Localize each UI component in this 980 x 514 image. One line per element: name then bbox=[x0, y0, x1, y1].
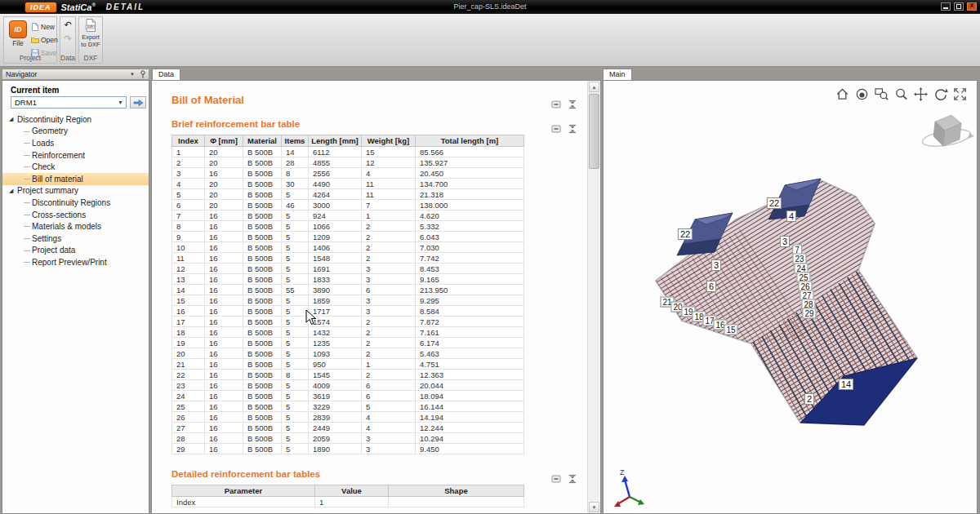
table-header-row: ParameterValueShape bbox=[172, 485, 524, 497]
table-row[interactable]: 2516B 500B53229516.144 bbox=[172, 401, 524, 412]
table-row[interactable]: 1316B 500B5183339.165 bbox=[172, 274, 524, 285]
table-row[interactable]: 620B 500B4630007138.000 bbox=[172, 200, 524, 210]
bar-group-label[interactable]: 14 bbox=[839, 379, 853, 390]
dropdown-arrow-icon[interactable]: ▼ bbox=[130, 72, 135, 77]
section-controls bbox=[551, 472, 577, 487]
redo-icon[interactable]: ↷ bbox=[60, 35, 75, 43]
undo-icon[interactable]: ↶ bbox=[60, 21, 75, 29]
table-row[interactable]: 1116B 500B5154827.742 bbox=[172, 253, 524, 264]
expander-icon[interactable]: ◢ bbox=[9, 116, 17, 122]
sidebar-item-reinforcement[interactable]: Reinforcement bbox=[2, 149, 149, 162]
bar-group-label[interactable]: 3 bbox=[780, 236, 790, 247]
bar-group-label[interactable]: 22 bbox=[678, 228, 693, 240]
sidebar-item-bill-of-material[interactable]: Bill of material bbox=[2, 173, 149, 185]
bar-group-label[interactable]: 15 bbox=[724, 325, 737, 335]
collapse-all-icon[interactable] bbox=[568, 122, 577, 137]
table-row[interactable]: 2116B 500B595014.751 bbox=[172, 359, 524, 370]
export-dxf-button[interactable]: DXF Exportto DXF bbox=[80, 19, 101, 58]
table-row[interactable]: 2616B 500B52839414.194 bbox=[172, 412, 524, 423]
table-row[interactable]: 1916B 500B5123526.174 bbox=[172, 338, 524, 348]
sidebar-item-report-preview-print[interactable]: Report Preview/Print bbox=[2, 256, 149, 268]
minimize-icon[interactable] bbox=[941, 2, 951, 11]
collapse-section-icon[interactable] bbox=[551, 98, 561, 113]
collapse-all-icon[interactable] bbox=[568, 472, 577, 487]
sidebar-item-geometry[interactable]: Geometry bbox=[2, 126, 149, 138]
current-item-combobox[interactable]: DRM1 ▼ bbox=[11, 96, 127, 109]
home-icon[interactable] bbox=[834, 86, 851, 103]
tree-group-project-summary[interactable]: ◢Project summary bbox=[2, 185, 149, 197]
table-row[interactable]: 816B 500B5106625.332 bbox=[172, 221, 524, 232]
collapse-all-icon[interactable] bbox=[568, 98, 577, 113]
zoom-icon[interactable] bbox=[893, 86, 910, 103]
table-row[interactable]: 716B 500B592414.620 bbox=[172, 210, 524, 221]
table-row[interactable]: 316B 500B82556420.450 bbox=[172, 168, 524, 179]
table-row[interactable]: 1616B 500B5171738.584 bbox=[172, 306, 524, 317]
sidebar-item-cross-sections[interactable]: Cross-sections bbox=[2, 209, 149, 221]
table-row[interactable]: 2816B 500B52059310.294 bbox=[172, 433, 524, 444]
table-row[interactable]: 2316B 500B54009620.044 bbox=[172, 380, 524, 391]
new-file-icon bbox=[31, 23, 39, 31]
data-scrollbar[interactable]: ▲ ▼ bbox=[587, 82, 599, 512]
column-header: Shape bbox=[389, 485, 524, 497]
table-row[interactable]: 2016B 500B5109325.463 bbox=[172, 348, 524, 359]
table-row[interactable]: 1016B 500B5140627.030 bbox=[172, 242, 524, 253]
zoom-window-icon[interactable] bbox=[873, 86, 890, 103]
sidebar-item-materials-models[interactable]: Materials & models bbox=[2, 220, 149, 233]
table-row[interactable]: 2716B 500B52449412.244 bbox=[172, 423, 524, 433]
viewport-3d[interactable]: Z 22224336723242526272829212019181716152… bbox=[603, 80, 978, 514]
orbit-icon[interactable] bbox=[853, 86, 871, 103]
table-row[interactable]: 1416B 500B5538906213.950 bbox=[172, 285, 524, 295]
table-row[interactable]: 1716B 500B5157427.872 bbox=[172, 317, 524, 327]
open-button[interactable]: Open bbox=[31, 34, 57, 45]
bar-group-label[interactable]: 22 bbox=[767, 197, 782, 209]
expander-icon[interactable]: ◢ bbox=[9, 188, 17, 194]
detailed-table-title: Detailed reinforcement bar tables bbox=[172, 469, 586, 479]
navigator-header[interactable]: Navigator ▼ bbox=[2, 69, 149, 80]
bar-group-label[interactable]: 6 bbox=[706, 281, 716, 292]
table-row[interactable]: 520B 500B542641121.318 bbox=[172, 189, 524, 200]
go-to-item-button[interactable] bbox=[130, 96, 146, 109]
scrollbar-thumb[interactable] bbox=[589, 94, 599, 169]
scroll-down-icon[interactable]: ▼ bbox=[589, 502, 599, 512]
pin-icon[interactable] bbox=[140, 70, 146, 78]
table-row[interactable]: 2916B 500B5189039.450 bbox=[172, 444, 524, 454]
table-row[interactable]: 120B 500B1461121585.566 bbox=[172, 147, 524, 157]
table-row[interactable]: 2416B 500B53619618.094 bbox=[172, 391, 524, 401]
bar-group-label[interactable]: 3 bbox=[711, 259, 721, 271]
rotate-icon[interactable] bbox=[932, 86, 949, 103]
sidebar-item-settings[interactable]: Settings bbox=[2, 233, 149, 245]
table-row[interactable]: 220B 500B28485512135.927 bbox=[172, 157, 524, 168]
sidebar-item-loads[interactable]: Loads bbox=[2, 137, 149, 149]
new-button[interactable]: New bbox=[31, 21, 57, 32]
table-row[interactable]: 916B 500B5120926.043 bbox=[172, 232, 524, 242]
collapse-section-icon[interactable] bbox=[551, 122, 561, 137]
table-row[interactable]: 1216B 500B5169138.453 bbox=[172, 264, 524, 274]
restore-icon[interactable] bbox=[954, 2, 964, 11]
title-bar: IDEA StatiCa® DETAIL Pier_cap-SLS.ideaDe… bbox=[0, 0, 980, 14]
fit-icon[interactable] bbox=[951, 86, 969, 103]
combo-arrow-icon[interactable]: ▼ bbox=[118, 100, 123, 105]
table-row[interactable]: 1816B 500B5143227.161 bbox=[172, 327, 524, 338]
tree-group-discontinuity-region[interactable]: ◢Discontinuity Region bbox=[2, 113, 149, 126]
table-row[interactable]: Index1 bbox=[172, 497, 524, 507]
file-button[interactable]: ID File bbox=[7, 20, 29, 55]
tab-main[interactable]: Main bbox=[603, 69, 632, 80]
bar-group-label[interactable]: 4 bbox=[786, 210, 796, 222]
pan-icon[interactable] bbox=[912, 86, 929, 103]
tab-data[interactable]: Data bbox=[152, 69, 180, 80]
navigator-tree: ◢Discontinuity RegionGeometryLoadsReinfo… bbox=[2, 113, 149, 268]
sidebar-item-check[interactable]: Check bbox=[2, 161, 149, 173]
table-row[interactable]: 2216B 500B81545212.363 bbox=[172, 370, 524, 380]
close-icon[interactable] bbox=[967, 2, 977, 11]
bar-group-label[interactable]: 29 bbox=[802, 308, 816, 319]
current-item-label: Current item bbox=[11, 86, 59, 95]
table-row[interactable]: 420B 500B30449011134.700 bbox=[172, 179, 524, 189]
sidebar-item-project-data[interactable]: Project data bbox=[2, 245, 149, 257]
open-button-label: Open bbox=[41, 36, 58, 44]
window-controls bbox=[941, 2, 977, 11]
sidebar-item-discontinuity-regions[interactable]: Discontinuity Regions bbox=[2, 197, 149, 209]
bar-group-label[interactable]: 2 bbox=[804, 393, 814, 405]
collapse-section-icon[interactable] bbox=[551, 472, 561, 487]
table-row[interactable]: 1516B 500B5185939.295 bbox=[172, 295, 524, 306]
scroll-up-icon[interactable]: ▲ bbox=[589, 82, 599, 92]
